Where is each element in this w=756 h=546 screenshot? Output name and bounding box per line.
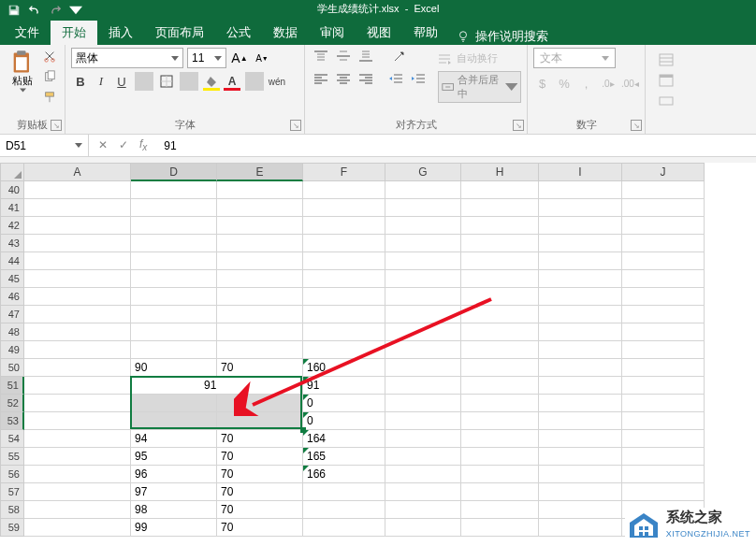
cell-D58[interactable]: 98 <box>131 501 217 519</box>
row-header-48[interactable]: 48 <box>0 323 24 341</box>
dec-decimal[interactable]: .00◂ <box>621 74 639 93</box>
row-header-50[interactable]: 50 <box>0 359 24 377</box>
font-size-select[interactable]: 11 <box>187 48 226 68</box>
cell-F53[interactable]: 0 <box>303 412 385 430</box>
cut-icon[interactable] <box>43 50 56 66</box>
cell-D49[interactable] <box>131 341 217 359</box>
cell-J42[interactable] <box>622 217 705 235</box>
row-header-42[interactable]: 42 <box>0 217 24 235</box>
cell-I49[interactable] <box>539 341 622 359</box>
cell-E50[interactable]: 70 <box>217 359 303 377</box>
cell-H40[interactable] <box>461 181 539 199</box>
cell-I59[interactable] <box>539 519 622 537</box>
cell-A46[interactable] <box>24 288 131 306</box>
cell-H42[interactable] <box>461 217 539 235</box>
cell-F57[interactable] <box>303 483 385 501</box>
col-header-E[interactable]: E <box>217 163 303 181</box>
font-launcher[interactable]: ↘ <box>290 120 301 131</box>
cancel-edit-icon[interactable]: ✕ <box>98 138 108 151</box>
cell-I48[interactable] <box>539 323 622 341</box>
cell-A51[interactable] <box>24 377 131 395</box>
cell-J40[interactable] <box>622 181 705 199</box>
format-painter-icon[interactable] <box>43 91 56 108</box>
cell-I45[interactable] <box>539 270 622 288</box>
cell-H53[interactable] <box>461 412 539 430</box>
cell-E58[interactable]: 70 <box>217 501 303 519</box>
paste-button[interactable]: 粘贴 <box>6 48 39 108</box>
cell-I41[interactable] <box>539 199 622 217</box>
col-header-G[interactable]: G <box>385 163 461 181</box>
cell-H46[interactable] <box>461 288 539 306</box>
cell-F44[interactable] <box>303 252 385 270</box>
cell-D40[interactable] <box>131 181 217 199</box>
conditional-format[interactable] <box>659 53 743 66</box>
cell-G58[interactable] <box>385 501 461 519</box>
cell-H41[interactable] <box>461 199 539 217</box>
align-launcher[interactable]: ↘ <box>513 120 524 131</box>
cell-J53[interactable] <box>622 412 705 430</box>
col-header-H[interactable]: H <box>461 163 539 181</box>
cell-G47[interactable] <box>385 306 461 323</box>
cell-F41[interactable] <box>303 199 385 217</box>
fx-icon[interactable]: fx <box>139 137 147 152</box>
cell-E55[interactable]: 70 <box>217 448 303 466</box>
cell-E54[interactable]: 70 <box>217 430 303 448</box>
tab-review[interactable]: 审阅 <box>309 21 356 45</box>
cell-E51[interactable] <box>217 377 303 395</box>
cell-E43[interactable] <box>217 235 303 252</box>
cell-F45[interactable] <box>303 270 385 288</box>
cell-H57[interactable] <box>461 483 539 501</box>
cell-E40[interactable] <box>217 181 303 199</box>
cell-E44[interactable] <box>217 252 303 270</box>
row-header-56[interactable]: 56 <box>0 466 24 483</box>
col-header-J[interactable]: J <box>622 163 705 181</box>
row-header-53[interactable]: 53 <box>0 412 24 430</box>
cell-I47[interactable] <box>539 306 622 323</box>
cell-A45[interactable] <box>24 270 131 288</box>
italic-button[interactable]: I <box>92 72 110 91</box>
cell-E46[interactable] <box>217 288 303 306</box>
cell-D53[interactable] <box>131 412 217 430</box>
cell-H48[interactable] <box>461 323 539 341</box>
cell-F56[interactable]: 166 <box>303 466 385 483</box>
clipboard-launcher[interactable]: ↘ <box>51 120 62 131</box>
cell-G57[interactable] <box>385 483 461 501</box>
cell-H44[interactable] <box>461 252 539 270</box>
cell-H58[interactable] <box>461 501 539 519</box>
cell-J54[interactable] <box>622 430 705 448</box>
qat-dropdown[interactable] <box>67 2 84 19</box>
cell-A56[interactable] <box>24 466 131 483</box>
align-left[interactable] <box>311 70 331 87</box>
cell-I57[interactable] <box>539 483 622 501</box>
cell-J45[interactable] <box>622 270 705 288</box>
inc-decimal[interactable]: .0▸ <box>599 74 617 93</box>
tab-home[interactable]: 开始 <box>51 21 97 45</box>
cell-F49[interactable] <box>303 341 385 359</box>
cell-F50[interactable]: 160 <box>303 359 385 377</box>
font-name-select[interactable]: 黑体 <box>71 48 183 68</box>
cell-E57[interactable]: 70 <box>217 483 303 501</box>
cell-I51[interactable] <box>539 377 622 395</box>
cell-F55[interactable]: 165 <box>303 448 385 466</box>
tab-data[interactable]: 数据 <box>262 21 309 45</box>
cell-H50[interactable] <box>461 359 539 377</box>
cell-G51[interactable] <box>385 377 461 395</box>
tab-insert[interactable]: 插入 <box>97 21 144 45</box>
row-header-49[interactable]: 49 <box>0 341 24 359</box>
cell-D56[interactable]: 96 <box>131 466 217 483</box>
cell-F47[interactable] <box>303 306 385 323</box>
cell-I46[interactable] <box>539 288 622 306</box>
cell-A44[interactable] <box>24 252 131 270</box>
cell-J49[interactable] <box>622 341 705 359</box>
cell-J51[interactable] <box>622 377 705 395</box>
underline-button[interactable]: U <box>112 72 131 91</box>
cell-A40[interactable] <box>24 181 131 199</box>
row-header-57[interactable]: 57 <box>0 483 24 501</box>
cell-H59[interactable] <box>461 519 539 537</box>
cell-H55[interactable] <box>461 448 539 466</box>
orientation[interactable] <box>389 48 410 65</box>
indent-inc[interactable] <box>408 70 429 87</box>
cell-G53[interactable] <box>385 412 461 430</box>
row-header-51[interactable]: 51 <box>0 377 24 395</box>
cell-G59[interactable] <box>385 519 461 537</box>
